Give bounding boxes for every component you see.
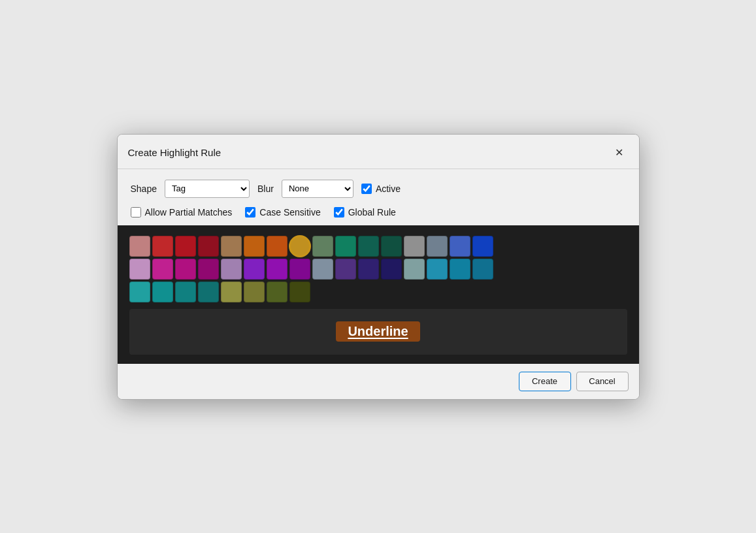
- color-swatch[interactable]: [198, 282, 219, 302]
- title-bar: Create Highlight Rule ✕: [118, 135, 639, 169]
- color-swatch[interactable]: [312, 236, 333, 257]
- close-button[interactable]: ✕: [610, 144, 629, 162]
- color-swatch[interactable]: [427, 259, 448, 280]
- color-swatch[interactable]: [152, 236, 173, 257]
- color-swatch[interactable]: [381, 236, 402, 257]
- color-swatch[interactable]: [267, 259, 288, 280]
- color-swatch[interactable]: [221, 259, 242, 280]
- color-swatch[interactable]: [129, 282, 150, 302]
- global-rule-checkbox-group: Global Rule: [334, 207, 396, 218]
- color-swatch[interactable]: [289, 259, 310, 280]
- color-swatch[interactable]: [152, 282, 173, 302]
- color-swatch[interactable]: [221, 236, 242, 257]
- color-swatch[interactable]: [404, 236, 425, 257]
- color-swatch[interactable]: [175, 282, 196, 302]
- color-row-3: [129, 282, 627, 302]
- shape-label: Shape: [131, 184, 157, 194]
- color-swatch-selected[interactable]: [289, 236, 310, 257]
- dialog-title: Create Highlight Rule: [128, 147, 222, 158]
- blur-label: Blur: [257, 184, 274, 194]
- color-swatch[interactable]: [472, 236, 493, 257]
- create-highlight-rule-dialog: Create Highlight Rule ✕ Shape Tag Box Un…: [117, 134, 640, 400]
- global-rule-label: Global Rule: [348, 207, 396, 218]
- color-swatch[interactable]: [244, 236, 265, 257]
- footer: Create Cancel: [118, 364, 639, 399]
- create-button[interactable]: Create: [519, 372, 571, 391]
- allow-partial-checkbox-group: Allow Partial Matches: [131, 207, 233, 218]
- color-swatch[interactable]: [152, 259, 173, 280]
- color-row-1: [129, 236, 627, 257]
- color-swatch[interactable]: [129, 236, 150, 257]
- color-swatch[interactable]: [358, 236, 379, 257]
- color-swatch[interactable]: [198, 236, 219, 257]
- preview-text: Underline: [336, 321, 419, 342]
- color-swatch[interactable]: [175, 259, 196, 280]
- color-swatch[interactable]: [335, 259, 356, 280]
- color-swatch[interactable]: [244, 282, 265, 302]
- color-swatch[interactable]: [289, 282, 310, 302]
- blur-select[interactable]: None Low Medium High: [282, 180, 353, 198]
- active-checkbox[interactable]: [361, 184, 372, 194]
- color-area: Underline: [118, 225, 639, 364]
- color-swatch[interactable]: [450, 236, 470, 257]
- color-swatch[interactable]: [267, 282, 288, 302]
- active-label: Active: [376, 184, 401, 194]
- allow-partial-checkbox[interactable]: [131, 207, 141, 218]
- preview-area: Underline: [129, 309, 627, 355]
- color-swatch[interactable]: [244, 259, 265, 280]
- color-swatch[interactable]: [358, 259, 379, 280]
- case-sensitive-checkbox[interactable]: [245, 207, 255, 218]
- color-row-2: [129, 259, 627, 280]
- color-swatch[interactable]: [221, 282, 242, 302]
- color-swatch[interactable]: [267, 236, 288, 257]
- row1: Shape Tag Box Underline Strikethrough Bl…: [131, 180, 626, 198]
- color-swatch[interactable]: [427, 236, 448, 257]
- color-swatch[interactable]: [175, 236, 196, 257]
- color-swatch[interactable]: [450, 259, 470, 280]
- color-swatch[interactable]: [335, 236, 356, 257]
- cancel-button[interactable]: Cancel: [576, 372, 629, 391]
- color-swatch[interactable]: [312, 259, 333, 280]
- color-swatch[interactable]: [404, 259, 425, 280]
- global-rule-checkbox[interactable]: [334, 207, 344, 218]
- case-sensitive-checkbox-group: Case Sensitive: [245, 207, 320, 218]
- shape-select[interactable]: Tag Box Underline Strikethrough: [165, 180, 250, 198]
- color-swatch[interactable]: [198, 259, 219, 280]
- case-sensitive-label: Case Sensitive: [259, 207, 320, 218]
- row2: Allow Partial Matches Case Sensitive Glo…: [131, 207, 626, 218]
- allow-partial-label: Allow Partial Matches: [145, 207, 233, 218]
- active-checkbox-group: Active: [361, 184, 401, 194]
- controls-area: Shape Tag Box Underline Strikethrough Bl…: [118, 169, 639, 225]
- color-swatch[interactable]: [129, 259, 150, 280]
- color-swatch[interactable]: [381, 259, 402, 280]
- color-swatch[interactable]: [472, 259, 493, 280]
